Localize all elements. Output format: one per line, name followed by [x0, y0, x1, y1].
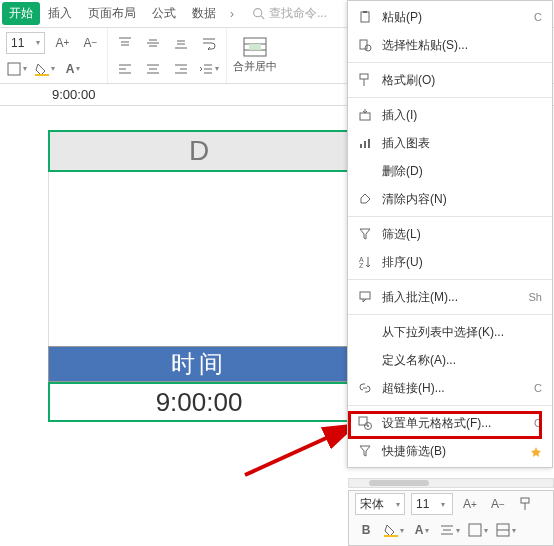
context-menu-item-3[interactable]: 格式刷(O)	[348, 66, 552, 94]
svg-rect-36	[360, 113, 370, 120]
comment-icon	[356, 288, 374, 306]
context-menu-item-17[interactable]: 超链接(H)...C	[348, 374, 552, 402]
context-menu-item-7[interactable]: 删除(D)	[348, 157, 552, 185]
align-bottom-icon[interactable]	[170, 32, 192, 54]
empty-cells[interactable]	[48, 172, 350, 346]
svg-rect-37	[360, 144, 362, 148]
mini-fill-color-icon[interactable]	[383, 519, 405, 541]
context-menu-item-1[interactable]: 选择性粘贴(S)...	[348, 31, 552, 59]
font-color-button[interactable]: A	[62, 58, 84, 80]
tab-data[interactable]: 数据	[184, 1, 224, 26]
context-menu-label: 设置单元格格式(F)...	[382, 415, 526, 432]
fill-color-button[interactable]	[34, 58, 56, 80]
tab-start[interactable]: 开始	[2, 2, 40, 25]
svg-rect-32	[363, 11, 367, 13]
formula-bar-value: 9:00:00	[52, 87, 95, 102]
context-menu-item-5[interactable]: 插入(I)	[348, 101, 552, 129]
search-icon	[252, 7, 265, 20]
context-menu-separator	[348, 405, 552, 406]
blank-icon	[356, 162, 374, 180]
mini-font-color-icon[interactable]: A	[411, 519, 433, 541]
mini-bold-icon[interactable]: B	[355, 519, 377, 541]
insert-icon	[356, 106, 374, 124]
blank-icon	[356, 351, 374, 369]
context-menu: 粘贴(P)C选择性粘贴(S)...格式刷(O)插入(I)插入图表删除(D)清除内…	[347, 0, 553, 468]
wrap-text-icon[interactable]	[198, 32, 220, 54]
quick-filter-icon	[356, 442, 374, 460]
svg-rect-29	[249, 44, 261, 50]
context-menu-item-11[interactable]: AZ排序(U)	[348, 248, 552, 276]
align-right-icon[interactable]	[170, 58, 192, 80]
mini-merge-icon[interactable]	[495, 519, 517, 541]
context-menu-separator	[348, 279, 552, 280]
context-menu-label: 定义名称(A)...	[382, 352, 542, 369]
svg-point-45	[367, 425, 369, 427]
horizontal-scrollbar[interactable]	[348, 478, 554, 488]
column-header-d[interactable]: D	[48, 130, 350, 172]
indent-icon[interactable]	[198, 58, 220, 80]
tab-formula[interactable]: 公式	[144, 1, 184, 26]
context-menu-label: 排序(U)	[382, 254, 542, 271]
context-menu-shortcut: C	[534, 382, 542, 394]
context-menu-label: 格式刷(O)	[382, 72, 542, 89]
svg-rect-47	[384, 535, 398, 537]
context-menu-label: 粘贴(P)	[382, 9, 526, 26]
context-menu-item-15[interactable]: 从下拉列表中选择(K)...	[348, 318, 552, 346]
svg-rect-2	[8, 63, 20, 75]
decrease-font-icon[interactable]: A−	[79, 32, 101, 54]
svg-text:Z: Z	[359, 262, 364, 269]
mini-increase-font-icon[interactable]: A+	[459, 493, 481, 515]
context-menu-separator	[348, 97, 552, 98]
paste-special-icon	[356, 36, 374, 54]
context-menu-label: 插入图表	[382, 135, 542, 152]
mini-format-painter-icon[interactable]	[515, 493, 537, 515]
tab-insert[interactable]: 插入	[40, 1, 80, 26]
context-menu-label: 清除内容(N)	[382, 191, 542, 208]
mini-align-icon[interactable]	[439, 519, 461, 541]
context-menu-shortcut: Sh	[529, 291, 542, 303]
filter-icon	[356, 225, 374, 243]
merge-center-button[interactable]: 合并居中	[227, 28, 283, 83]
font-size-select[interactable]: 11▾	[6, 32, 45, 54]
tab-more-icon[interactable]: ›	[224, 7, 240, 21]
align-left-icon[interactable]	[114, 58, 136, 80]
merge-center-label: 合并居中	[233, 59, 277, 74]
mini-border-icon[interactable]	[467, 519, 489, 541]
align-middle-icon[interactable]	[142, 32, 164, 54]
mini-font-name-select[interactable]: 宋体▾	[355, 493, 405, 515]
mini-font-size-select[interactable]: 11▾	[411, 493, 453, 515]
context-menu-shortcut: C	[534, 417, 542, 429]
increase-font-icon[interactable]: A+	[51, 32, 73, 54]
svg-rect-51	[469, 524, 481, 536]
context-menu-item-20[interactable]: 快捷筛选(B)	[348, 437, 552, 465]
search-input[interactable]: 查找命令...	[252, 5, 327, 22]
context-menu-label: 快捷筛选(B)	[382, 443, 522, 460]
context-menu-item-13[interactable]: 插入批注(M)...Sh	[348, 283, 552, 311]
tab-page-layout[interactable]: 页面布局	[80, 1, 144, 26]
align-top-icon[interactable]	[114, 32, 136, 54]
context-menu-separator	[348, 314, 552, 315]
svg-rect-3	[35, 74, 49, 76]
chart-icon	[356, 134, 374, 152]
svg-rect-31	[361, 12, 369, 22]
context-menu-shortcut: C	[534, 11, 542, 23]
format-painter-icon	[356, 71, 374, 89]
title-cell[interactable]: 时间	[48, 346, 350, 382]
context-menu-item-8[interactable]: 清除内容(N)	[348, 185, 552, 213]
mini-decrease-font-icon[interactable]: A−	[487, 493, 509, 515]
mini-toolbar: 宋体▾ 11▾ A+ A− B A	[348, 490, 554, 546]
context-menu-item-10[interactable]: 筛选(L)	[348, 220, 552, 248]
time-cell[interactable]: 9:00:00	[48, 382, 350, 422]
border-button[interactable]	[6, 58, 28, 80]
context-menu-label: 删除(D)	[382, 163, 542, 180]
context-menu-item-16[interactable]: 定义名称(A)...	[348, 346, 552, 374]
align-center-icon[interactable]	[142, 58, 164, 80]
context-menu-item-19[interactable]: 设置单元格格式(F)...C	[348, 409, 552, 437]
context-menu-label: 插入(I)	[382, 107, 542, 124]
context-menu-item-0[interactable]: 粘贴(P)C	[348, 3, 552, 31]
context-menu-item-6[interactable]: 插入图表	[348, 129, 552, 157]
svg-rect-35	[360, 74, 368, 79]
svg-rect-39	[368, 139, 370, 148]
context-menu-separator	[348, 216, 552, 217]
svg-rect-38	[364, 141, 366, 148]
